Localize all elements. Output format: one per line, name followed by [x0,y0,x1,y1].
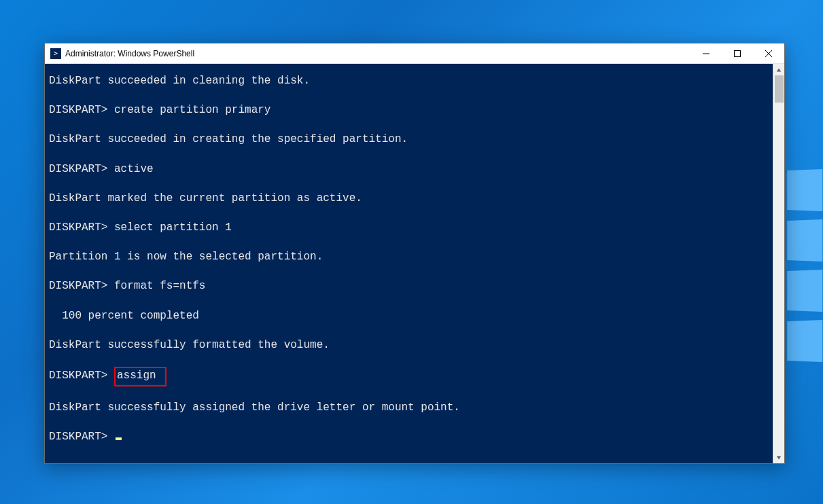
window-title: Administrator: Windows PowerShell [65,49,194,58]
prompt-text: DISKPART> [49,370,114,382]
close-button[interactable] [753,43,784,64]
terminal-output[interactable]: DiskPart succeeded in cleaning the disk.… [45,64,773,463]
terminal-output-line: DiskPart succeeded in creating the speci… [49,125,773,154]
vertical-scrollbar[interactable] [773,64,784,463]
scroll-thumb[interactable] [775,75,784,103]
scroll-down-button[interactable] [773,452,784,463]
terminal-prompt-line: DISKPART> assign [49,360,773,393]
powershell-window: Administrator: Windows PowerShell DiskPa… [44,43,785,464]
powershell-icon [50,48,61,59]
client-area: DiskPart succeeded in cleaning the disk.… [45,64,784,463]
prompt-text: DISKPART> [49,431,114,443]
minimize-button[interactable] [690,43,722,64]
terminal-output-line: DiskPart succeeded in cleaning the disk. [49,67,773,96]
command-text: create partition primary [114,104,270,116]
terminal-output-line: 100 percent completed [49,302,773,331]
svg-rect-0 [735,50,741,56]
desktop-win-logo [786,170,823,408]
terminal-output-line: Partition 1 is now the selected partitio… [49,242,773,272]
terminal-output-line: DiskPart marked the current partition as… [49,184,773,213]
terminal-prompt-line: DISKPART> create partition primary [49,96,773,125]
titlebar[interactable]: Administrator: Windows PowerShell [45,43,784,64]
scroll-up-button[interactable] [773,64,784,75]
terminal-output-line: DiskPart successfully assigned the drive… [49,393,773,422]
highlighted-command: assign [114,367,167,386]
cursor [116,437,122,440]
terminal-prompt-line: DISKPART> format fs=ntfs [49,272,773,301]
command-text: active [114,163,154,175]
command-text: format fs=ntfs [114,280,205,292]
prompt-text: DISKPART> [49,221,114,234]
terminal-output-line: DiskPart successfully formatted the volu… [49,331,773,360]
prompt-text: DISKPART> [49,163,114,175]
maximize-button[interactable] [722,43,753,64]
prompt-text: DISKPART> [49,280,114,292]
terminal-prompt-line: DISKPART> [49,422,773,452]
command-text: select partition 1 [114,221,232,234]
terminal-prompt-line: DISKPART> active [49,155,773,184]
terminal-prompt-line: DISKPART> select partition 1 [49,213,773,242]
prompt-text: DISKPART> [49,104,114,116]
